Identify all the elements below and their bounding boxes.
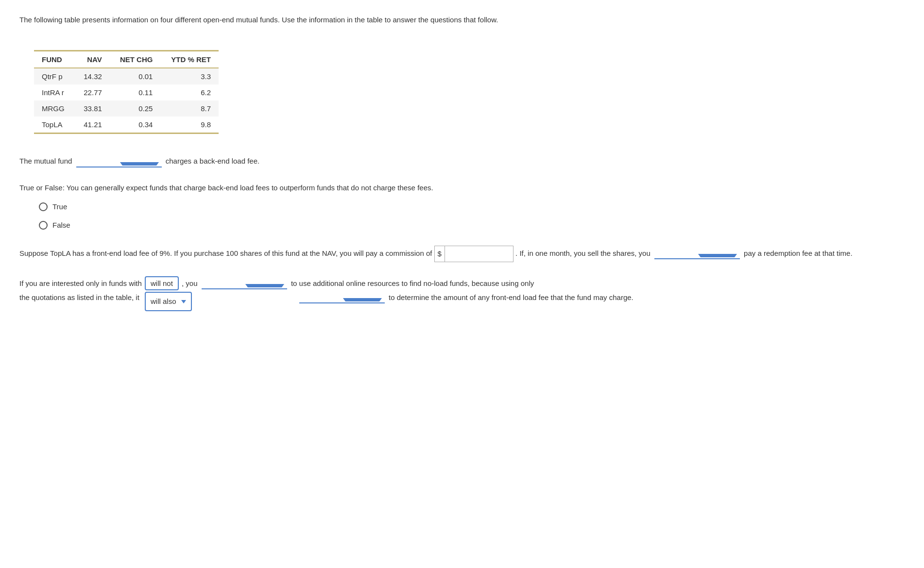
q3-dropdown[interactable]	[654, 253, 740, 259]
q1-dropdown[interactable]	[76, 161, 162, 167]
question-2: True or False: You can generally expect …	[19, 182, 905, 231]
fund-table: FUND NAV NET CHG YTD % RET QtrF p 14.32 …	[34, 50, 219, 134]
cell-ytd-4: 9.8	[160, 117, 219, 133]
q4-dropdown4[interactable]	[299, 297, 385, 303]
cell-nav-1: 14.32	[74, 68, 110, 84]
chevron-down-icon	[698, 254, 737, 257]
q1-suffix: charges a back-end load fee.	[166, 157, 259, 165]
radio-true-label: True	[52, 201, 67, 213]
q4-middle: , you	[182, 279, 198, 287]
dollar-sign: $	[435, 246, 445, 262]
cell-ytd-1: 3.3	[160, 68, 219, 84]
will-not-dropdown[interactable]: will not	[145, 276, 179, 290]
question-1: The mutual fund charges a back-end load …	[19, 155, 905, 167]
fund-table-wrapper: FUND NAV NET CHG YTD % RET QtrF p 14.32 …	[34, 50, 219, 134]
question-3: Suppose TopLA has a front-end load fee o…	[19, 246, 905, 262]
chevron-down-icon	[120, 162, 159, 166]
q1-prefix: The mutual fund	[19, 157, 72, 165]
cell-fund-1: QtrF p	[34, 68, 74, 84]
question-4: If you are interested only in funds with…	[19, 277, 905, 305]
will-also-dropdown[interactable]: will also	[145, 292, 192, 312]
chevron-down-icon	[245, 284, 284, 287]
chevron-down-icon	[181, 300, 186, 303]
radio-true[interactable]: True	[39, 201, 905, 213]
q3-suffix: pay a redemption fee at that time.	[744, 249, 852, 257]
q3-prefix: Suppose TopLA has a front-end load fee o…	[19, 249, 432, 257]
cell-netchg-3: 0.25	[110, 100, 161, 117]
commission-input[interactable]	[445, 248, 513, 260]
cell-netchg-1: 0.01	[110, 68, 161, 84]
table-row: MRGG 33.81 0.25 8.7	[34, 100, 219, 117]
col-header-ytd: YTD % RET	[160, 50, 219, 68]
col-header-fund: FUND	[34, 50, 74, 68]
dollar-input-wrapper[interactable]: $	[434, 246, 513, 262]
cell-nav-4: 41.21	[74, 117, 110, 133]
radio-circle-true	[39, 202, 48, 211]
q2-text: True or False: You can generally expect …	[19, 182, 905, 194]
table-row: IntRA r 22.77 0.11 6.2	[34, 84, 219, 100]
radio-group-q2: True False	[39, 201, 905, 231]
col-header-net-chg: NET CHG	[110, 50, 161, 68]
cell-nav-3: 33.81	[74, 100, 110, 117]
q3-middle: . If, in one month, you sell the shares,…	[515, 249, 650, 257]
col-header-nav: NAV	[74, 50, 110, 68]
table-row: TopLA 41.21 0.34 9.8	[34, 117, 219, 133]
intro-paragraph: The following table presents information…	[19, 15, 905, 26]
cell-fund-2: IntRA r	[34, 84, 74, 100]
radio-false[interactable]: False	[39, 219, 905, 231]
chevron-down-icon	[343, 298, 382, 301]
cell-ytd-2: 6.2	[160, 84, 219, 100]
q4-line2-prefix: the quotations as listed in the table, i…	[19, 293, 139, 301]
cell-ytd-3: 8.7	[160, 100, 219, 117]
cell-netchg-2: 0.11	[110, 84, 161, 100]
will-not-box-wrapper: will not will also	[145, 277, 179, 291]
cell-fund-4: TopLA	[34, 117, 74, 133]
q4-suffix: to determine the amount of any front-end…	[389, 293, 633, 301]
q4-middle2: to use additional online resources to fi…	[291, 279, 534, 287]
q4-prefix: If you are interested only in funds with	[19, 279, 142, 287]
cell-fund-3: MRGG	[34, 100, 74, 117]
radio-false-label: False	[52, 219, 70, 231]
q4-dropdown3[interactable]	[202, 283, 287, 289]
table-row: QtrF p 14.32 0.01 3.3	[34, 68, 219, 84]
will-also-label: will also	[151, 297, 176, 305]
cell-netchg-4: 0.34	[110, 117, 161, 133]
radio-circle-false	[39, 221, 48, 230]
cell-nav-2: 22.77	[74, 84, 110, 100]
